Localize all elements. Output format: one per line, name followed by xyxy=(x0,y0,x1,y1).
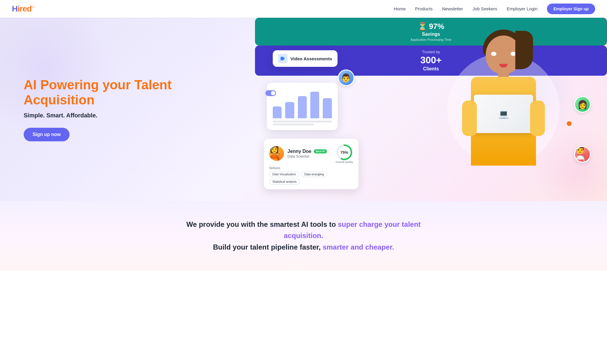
skill-3: Statistical analysis xyxy=(269,179,300,185)
bottom-line2-highlight: smarter and cheaper. xyxy=(323,243,394,251)
quality-percent: 75% xyxy=(340,150,348,155)
card-video-assessments: Video Assessments xyxy=(273,50,338,67)
nav-newsletter[interactable]: Newsletter xyxy=(442,6,463,11)
bar-1 xyxy=(273,106,282,118)
toggle-knob xyxy=(271,91,275,95)
nav-home[interactable]: Home xyxy=(394,6,406,11)
logo-hired-text: ired xyxy=(17,4,31,13)
nav-job-seekers[interactable]: Job Seekers xyxy=(472,6,497,11)
video-icon xyxy=(278,54,288,63)
woman-arm-right xyxy=(530,101,545,136)
candidate-top: 👩🦰 Jenny Doe Best fit Data Scientist xyxy=(269,143,353,164)
bottom-line2: Build your talent pipeline faster, xyxy=(213,243,323,251)
woman-illustration: 💻 xyxy=(453,27,554,192)
navbar: Hired™ Home Products Newsletter Job Seek… xyxy=(0,0,607,18)
toggle-switch[interactable] xyxy=(265,90,276,96)
quality-circle: 75% xyxy=(335,143,353,161)
skill-1: Data Visualization xyxy=(269,172,299,177)
bar-5 xyxy=(323,98,332,118)
hourglass-icon: ⏳ xyxy=(418,22,427,31)
logo[interactable]: Hired™ xyxy=(12,4,34,14)
bar-3 xyxy=(298,96,307,118)
quality-area: 75% Overall Quality xyxy=(335,143,353,164)
avatar-bubble-man2: 👨🦳 xyxy=(574,146,591,163)
bottom-text: We provide you with the smartest AI tool… xyxy=(185,219,422,253)
nav-employer-login[interactable]: Employer Login xyxy=(507,6,537,11)
woman-arm-left xyxy=(462,101,477,136)
bar-4 xyxy=(310,92,319,118)
card-candidate: 👩🦰 Jenny Doe Best fit Data Scientist xyxy=(264,139,359,189)
nav-products[interactable]: Products xyxy=(415,6,432,11)
chart-line-1 xyxy=(273,121,332,122)
skillsets-label: Skillsets: xyxy=(269,166,353,170)
candidate-avatar: 👩🦰 xyxy=(269,146,284,161)
orange-dot-indicator xyxy=(567,121,572,126)
hero-left: AI Powering your Talent Acquisition Simp… xyxy=(0,60,255,159)
bar-2 xyxy=(285,102,294,118)
best-fit-badge: Best fit xyxy=(314,149,327,153)
hero-woman-area: 💻 xyxy=(438,18,569,201)
skill-2: Data wrangling xyxy=(301,172,327,177)
logo-h-letter: H xyxy=(12,4,17,13)
candidate-name: Jenny Doe Best fit xyxy=(288,149,332,154)
nav-links: Home Products Newsletter Job Seekers Emp… xyxy=(394,4,595,14)
hero-section: AI Powering your Talent Acquisition Simp… xyxy=(0,18,607,201)
hero-right: 💻 Video Assessments ⏳ 97% Savings Ap xyxy=(255,18,607,201)
hero-signup-button[interactable]: Sign up now xyxy=(24,128,70,141)
woman-jacket: 💻 xyxy=(471,77,536,166)
woman-hair-side xyxy=(515,31,533,69)
chart-bars xyxy=(273,89,332,118)
laptop: 💻 xyxy=(474,95,533,133)
hero-subtitle: Simple. Smart. Affordable. xyxy=(24,112,237,119)
skillsets: Data Visualization Data wrangling Statis… xyxy=(269,172,353,185)
hero-title: AI Powering your Talent Acquisition xyxy=(24,77,237,107)
chart-line-2 xyxy=(273,124,314,125)
candidate-role: Data Scientist xyxy=(288,154,332,158)
bottom-line1: We provide you with the smartest AI tool… xyxy=(186,220,338,228)
avatar-bubble-man: 👨 xyxy=(338,69,354,86)
bottom-section: We provide you with the smartest AI tool… xyxy=(0,201,607,271)
video-assessments-label: Video Assessments xyxy=(290,56,332,61)
candidate-info: Jenny Doe Best fit Data Scientist xyxy=(288,149,332,158)
logo-tm: ™ xyxy=(32,6,34,9)
avatar-bubble-woman: 👩 xyxy=(574,96,591,113)
card-chart xyxy=(267,83,338,130)
employer-signup-button[interactable]: Employer Sign up xyxy=(547,4,595,14)
